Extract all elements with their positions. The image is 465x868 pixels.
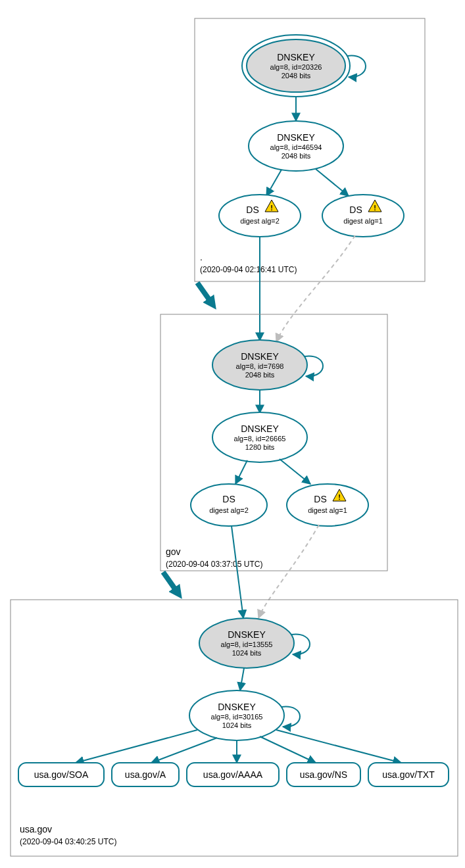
rr-aaaa: usa.gov/AAAA xyxy=(187,763,279,786)
edge-gov-dsright-usagov-ksk xyxy=(258,525,319,618)
gov-dsright-title: DS xyxy=(314,494,326,504)
rr-a: usa.gov/A xyxy=(112,763,179,786)
gov-zsk-title: DNSKEY xyxy=(241,423,279,434)
zone-label-gov: gov xyxy=(166,546,181,557)
edge-root-zsk-dsleft xyxy=(266,170,281,196)
gov-zsk-line2: alg=8, id=26665 xyxy=(234,435,286,443)
rr-aaaa-label: usa.gov/AAAA xyxy=(203,769,263,780)
edge-zone-gov-to-usagov xyxy=(163,572,179,594)
rr-soa-label: usa.gov/SOA xyxy=(34,769,89,780)
edge-zone-root-to-gov xyxy=(197,283,213,305)
root-zsk-line2: alg=8, id=46594 xyxy=(270,143,322,151)
gov-dsright-sub: digest alg=1 xyxy=(308,506,347,514)
gov-ksk-title: DNSKEY xyxy=(241,351,279,362)
rr-ns-label: usa.gov/NS xyxy=(300,769,347,780)
edge-root-dsright-gov-ksk xyxy=(276,235,355,342)
root-ksk-line2: alg=8, id=20326 xyxy=(270,63,322,71)
zone-label-root: . xyxy=(200,252,203,262)
gov-dsleft-title: DS xyxy=(222,494,235,504)
edge-zsk-rr-txt xyxy=(276,730,401,763)
node-root-zsk: DNSKEY alg=8, id=46594 2048 bits xyxy=(249,121,343,171)
zone-label-usagov: usa.gov xyxy=(20,824,52,834)
usagov-zsk-line3: 1024 bits xyxy=(222,721,252,729)
root-zsk-line3: 2048 bits xyxy=(281,152,311,160)
rr-a-label: usa.gov/A xyxy=(125,769,166,780)
dnssec-diagram: . (2020-09-04 02:16:41 UTC) DNSKEY alg=8… xyxy=(0,0,465,868)
zone-time-usagov: (2020-09-04 03:40:25 UTC) xyxy=(20,837,116,846)
usagov-ksk-line2: alg=8, id=13555 xyxy=(221,640,273,648)
svg-text:!: ! xyxy=(374,204,376,212)
node-gov-ds-left: DS digest alg=2 xyxy=(191,484,267,526)
usagov-ksk-title: DNSKEY xyxy=(228,629,266,640)
svg-point-10 xyxy=(287,484,368,526)
edge-zsk-rr-ns xyxy=(260,736,316,763)
usagov-zsk-line2: alg=8, id=30165 xyxy=(211,713,263,721)
edge-zsk-rr-a xyxy=(151,738,217,763)
node-root-ds-right: DS digest alg=1 ! xyxy=(322,195,404,237)
root-dsleft-title: DS xyxy=(246,205,258,215)
zone-time-gov: (2020-09-04 03:37:05 UTC) xyxy=(166,560,262,569)
rr-txt-label: usa.gov/TXT xyxy=(382,769,435,780)
node-usagov-zsk: DNSKEY alg=8, id=30165 1024 bits xyxy=(189,690,284,740)
node-gov-ksk: DNSKEY alg=8, id=7698 2048 bits xyxy=(212,340,307,390)
gov-ksk-line3: 2048 bits xyxy=(245,371,275,379)
svg-point-5 xyxy=(322,195,404,237)
edge-root-zsk-dsright xyxy=(316,169,349,196)
edge-gov-zsk-dsright xyxy=(280,459,310,484)
svg-text:!: ! xyxy=(270,204,273,212)
root-ksk-line3: 2048 bits xyxy=(281,72,311,80)
zone-time-root: (2020-09-04 02:16:41 UTC) xyxy=(200,265,297,274)
usagov-zsk-title: DNSKEY xyxy=(218,702,256,712)
rr-soa: usa.gov/SOA xyxy=(18,763,104,786)
node-usagov-ksk: DNSKEY alg=8, id=13555 1024 bits xyxy=(199,618,294,668)
edge-usagov-ksk-zsk xyxy=(240,668,244,690)
svg-point-3 xyxy=(219,195,301,237)
gov-ksk-line2: alg=8, id=7698 xyxy=(236,362,284,370)
usagov-ksk-line3: 1024 bits xyxy=(232,649,262,657)
edge-gov-zsk-dsleft xyxy=(235,460,247,484)
edge-zsk-rr-soa xyxy=(76,730,197,763)
svg-text:!: ! xyxy=(338,493,341,501)
root-dsleft-sub: digest alg=2 xyxy=(240,217,280,225)
node-root-ds-left: DS digest alg=2 ! xyxy=(219,195,301,237)
gov-dsleft-sub: digest alg=2 xyxy=(209,506,249,514)
root-ksk-title: DNSKEY xyxy=(277,52,315,62)
rr-txt: usa.gov/TXT xyxy=(368,763,449,786)
gov-zsk-line3: 1280 bits xyxy=(245,443,275,451)
edge-gov-dsleft-usagov-ksk xyxy=(232,526,243,618)
root-zsk-title: DNSKEY xyxy=(277,132,315,143)
root-dsright-sub: digest alg=1 xyxy=(343,217,383,225)
svg-point-9 xyxy=(191,484,267,526)
rr-ns: usa.gov/NS xyxy=(287,763,360,786)
node-gov-ds-right: DS digest alg=1 ! xyxy=(287,484,368,526)
node-gov-zsk: DNSKEY alg=8, id=26665 1280 bits xyxy=(212,412,307,462)
node-root-ksk: DNSKEY alg=8, id=20326 2048 bits xyxy=(242,35,350,97)
root-dsright-title: DS xyxy=(349,205,362,215)
